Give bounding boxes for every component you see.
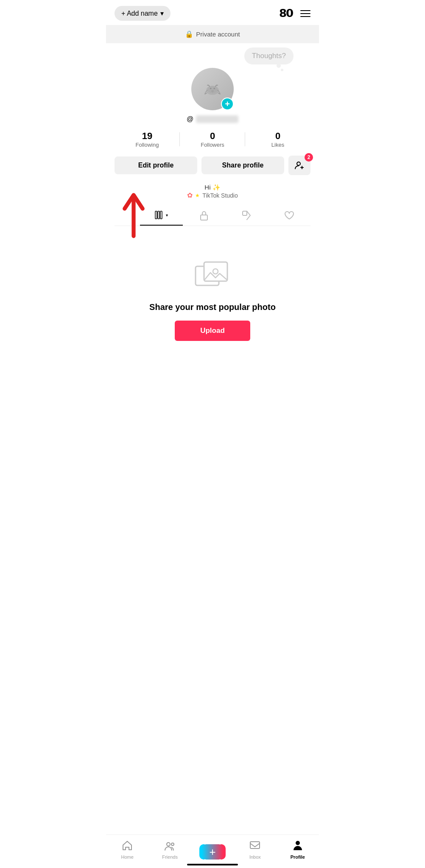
nav-home-label: Home bbox=[121, 854, 134, 860]
studio-icon: ✿ bbox=[187, 191, 193, 199]
avatar-add-button[interactable]: + bbox=[221, 98, 234, 110]
svg-rect-19 bbox=[250, 842, 260, 848]
username-blurred bbox=[196, 115, 238, 123]
svg-rect-15 bbox=[204, 262, 227, 281]
svg-rect-11 bbox=[160, 211, 162, 219]
inbox-icon bbox=[249, 840, 260, 853]
bottom-nav: Home Friends + Inbox bbox=[106, 835, 319, 868]
nav-profile[interactable]: Profile bbox=[285, 839, 310, 860]
red-arrow-icon bbox=[119, 189, 148, 240]
top-icons: 𝟴𝟬 bbox=[279, 7, 310, 20]
nav-profile-label: Profile bbox=[291, 854, 305, 860]
add-friends-icon bbox=[294, 160, 305, 170]
menu-button[interactable] bbox=[300, 10, 310, 17]
profile-section: Thoughts? + @ 19 Fo bbox=[106, 43, 319, 226]
add-friends-badge: 2 bbox=[305, 153, 313, 162]
upload-button[interactable]: Upload bbox=[175, 321, 250, 341]
tab-section: ▾ bbox=[115, 205, 310, 226]
add-icon: + bbox=[209, 846, 215, 859]
nav-inbox[interactable]: Inbox bbox=[242, 840, 268, 860]
friends-icon bbox=[164, 841, 176, 853]
svg-point-18 bbox=[171, 843, 174, 846]
nav-inbox-label: Inbox bbox=[249, 854, 261, 860]
add-name-button[interactable]: + Add name ▾ bbox=[115, 6, 171, 21]
action-buttons: Edit profile Share profile 2 bbox=[115, 156, 310, 175]
thought-bubble[interactable]: Thoughts? bbox=[244, 47, 294, 64]
profile-icon bbox=[292, 839, 303, 853]
nav-add[interactable]: + bbox=[200, 844, 225, 860]
nav-friends-label: Friends bbox=[162, 854, 178, 860]
tab-tagged[interactable] bbox=[225, 205, 268, 226]
top-bar: + Add name ▾ 𝟴𝟬 bbox=[106, 0, 319, 25]
svg-rect-9 bbox=[155, 211, 157, 219]
svg-point-5 bbox=[297, 162, 300, 165]
dropdown-arrow-icon: ▾ bbox=[160, 9, 164, 17]
likes-label: Likes bbox=[245, 142, 310, 148]
stat-followers[interactable]: 0 Followers bbox=[180, 131, 245, 148]
username-row: @ bbox=[187, 115, 238, 123]
add-button[interactable]: + bbox=[202, 844, 223, 860]
thought-placeholder: Thoughts? bbox=[252, 52, 286, 60]
avatar-image bbox=[200, 76, 225, 102]
add-name-label: + Add name bbox=[121, 10, 158, 17]
svg-point-2 bbox=[210, 88, 212, 89]
svg-rect-10 bbox=[158, 211, 159, 219]
stat-likes[interactable]: 0 Likes bbox=[245, 131, 310, 148]
edit-profile-button[interactable]: Edit profile bbox=[115, 156, 197, 174]
content-title: Share your most popular photo bbox=[149, 302, 276, 312]
content-area: Share your most popular photo Upload bbox=[106, 226, 319, 375]
likes-count: 0 bbox=[245, 131, 310, 142]
svg-rect-12 bbox=[201, 215, 207, 220]
add-friends-button[interactable]: 2 bbox=[288, 156, 310, 175]
followers-count: 0 bbox=[180, 131, 245, 142]
following-label: Following bbox=[115, 142, 180, 148]
nav-friends[interactable]: Friends bbox=[157, 841, 183, 860]
tiktok-studio-label: TikTok Studio bbox=[202, 192, 238, 199]
bottom-indicator bbox=[187, 864, 238, 865]
lock-tab-icon bbox=[199, 210, 209, 220]
photo-placeholder-icon bbox=[193, 260, 232, 294]
following-count: 19 bbox=[115, 131, 180, 142]
arrow-overlay bbox=[119, 189, 148, 242]
tab-liked[interactable] bbox=[268, 205, 311, 226]
private-account-banner: 🔒 Private account bbox=[106, 25, 319, 43]
svg-rect-13 bbox=[243, 211, 247, 215]
stats-row: 19 Following 0 Followers 0 Likes bbox=[115, 131, 310, 148]
home-icon bbox=[122, 840, 133, 853]
tab-private[interactable] bbox=[183, 205, 226, 226]
grid-icon bbox=[155, 211, 164, 219]
stat-following[interactable]: 19 Following bbox=[115, 131, 180, 148]
username-prefix: @ bbox=[187, 115, 193, 123]
svg-point-20 bbox=[296, 841, 300, 845]
nav-home[interactable]: Home bbox=[115, 840, 140, 860]
star-icon: ★ bbox=[195, 193, 200, 198]
share-profile-button[interactable]: Share profile bbox=[201, 156, 284, 174]
tab-dropdown[interactable]: ▾ bbox=[155, 211, 168, 219]
private-account-text: Private account bbox=[196, 31, 240, 38]
lock-icon: 🔒 bbox=[185, 30, 193, 38]
followers-label: Followers bbox=[180, 142, 245, 148]
svg-point-17 bbox=[167, 843, 170, 846]
tag-tab-icon bbox=[242, 210, 251, 220]
tab-dropdown-arrow: ▾ bbox=[166, 213, 168, 218]
svg-point-3 bbox=[213, 88, 215, 89]
avatar-container: + bbox=[191, 68, 234, 110]
glasses-icon[interactable]: 𝟴𝟬 bbox=[279, 7, 293, 20]
heart-tab-icon bbox=[284, 211, 294, 220]
